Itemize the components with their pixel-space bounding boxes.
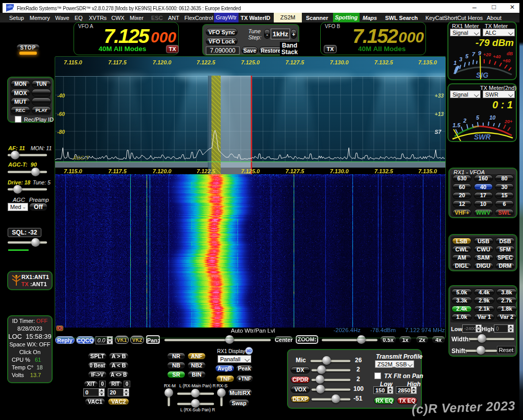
svg-text:SIG: SIG [476, 71, 488, 79]
svg-text:1: 1 [454, 60, 457, 66]
svg-text:AGC-T: AGC-T [73, 155, 89, 161]
svg-text:+40: +40 [493, 54, 501, 59]
svg-text:3: 3 [459, 56, 462, 62]
svg-text:2: 2 [463, 118, 466, 124]
svg-text:9: 9 [478, 50, 482, 56]
svg-text:5: 5 [476, 114, 480, 121]
svg-text:10: 10 [489, 114, 496, 121]
svg-text:5: 5 [465, 53, 469, 59]
svg-text:+20: +20 [483, 52, 491, 57]
svg-text:+60: +60 [503, 58, 510, 63]
svg-text:7: 7 [472, 51, 476, 57]
svg-text:SWR: SWR [474, 133, 491, 141]
svg-text:1.5: 1.5 [453, 122, 461, 128]
svg-text:dB: dB [507, 51, 513, 56]
svg-text:20+: 20+ [504, 119, 513, 124]
